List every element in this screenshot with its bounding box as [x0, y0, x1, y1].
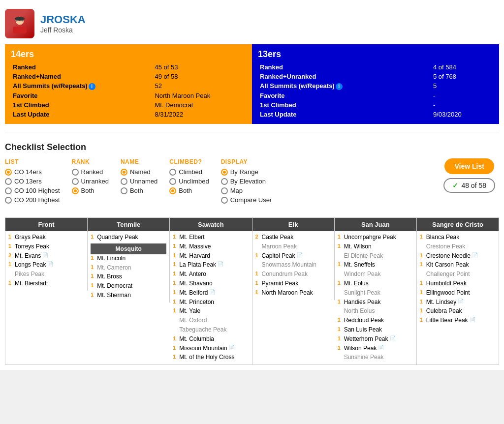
peak-name[interactable]: Sunshine Peak — [344, 353, 384, 362]
username[interactable]: JROSKA — [40, 13, 86, 26]
peak-name[interactable]: Kit Carson Peak — [426, 261, 469, 269]
peak-name[interactable]: Mt. Democrat — [97, 282, 132, 290]
thirteeners-table: Ranked4 of 584Ranked+Unranked5 of 768All… — [258, 62, 493, 119]
peak-name[interactable]: Mt. Sherman — [97, 291, 131, 300]
list-item: 1Wilson Peak 📄 — [338, 344, 413, 353]
peak-name[interactable]: Longs Peak — [15, 261, 46, 269]
radio-circle — [221, 187, 228, 194]
peak-number: 1 — [173, 344, 178, 352]
radio-option[interactable]: CO 200 Highest — [5, 196, 60, 204]
peak-number: 1 — [173, 298, 178, 305]
peak-name[interactable]: Mt. Yale — [179, 307, 200, 315]
peak-name[interactable]: Quandary Peak — [97, 233, 138, 242]
radio-option[interactable]: Map — [221, 187, 272, 194]
radio-label: Both — [130, 187, 143, 194]
peak-name[interactable]: Redcloud Peak — [344, 316, 384, 325]
peak-name[interactable]: Mt. Oxford — [179, 316, 207, 325]
radio-option[interactable]: Climbed — [169, 168, 209, 176]
stat-label: Ranked+Named — [11, 72, 153, 81]
list-item: 1Mt. Cameron — [91, 264, 166, 272]
peak-name[interactable]: Mt. Harvard — [179, 252, 210, 260]
peak-name[interactable]: Wilson Peak — [344, 344, 377, 353]
peak-name[interactable]: Crestone Needle — [426, 252, 471, 260]
radio-option[interactable]: Both — [121, 187, 158, 194]
radio-option[interactable]: By Range — [221, 168, 272, 176]
peak-name[interactable]: Windom Peak — [344, 270, 381, 278]
peak-name[interactable]: Mt. Lincoln — [97, 254, 126, 263]
peak-name[interactable]: Torreys Peak — [15, 242, 49, 251]
list-item: 1San Luis Peak — [338, 326, 413, 334]
radio-option[interactable]: Unnamed — [121, 178, 158, 185]
radio-option[interactable]: Compare User — [221, 196, 272, 204]
peak-name[interactable]: Mt. Belford — [179, 289, 208, 297]
peak-name[interactable]: Ellingwood Point — [426, 289, 470, 297]
peak-name[interactable]: Mt. Massive — [179, 242, 211, 251]
radio-option[interactable]: CO 14ers — [5, 168, 60, 176]
peak-name[interactable]: San Luis Peak — [344, 326, 382, 334]
fourteeners-table: Ranked45 of 53Ranked+Named49 of 58All Su… — [11, 62, 246, 119]
peak-name[interactable]: El Diente Peak — [344, 252, 383, 260]
peak-number: 2 — [255, 233, 260, 241]
peak-name[interactable]: Mt. Bierstadt — [15, 279, 48, 288]
view-list-button[interactable]: View List — [444, 158, 494, 174]
peak-name[interactable]: La Plata Peak — [179, 261, 216, 269]
peak-name[interactable]: Mt. Columbia — [179, 335, 214, 343]
radio-option[interactable]: CO 100 Highest — [5, 187, 60, 194]
peak-number: 1 — [91, 233, 95, 241]
peak-name[interactable]: Mt. Lindsey — [426, 298, 456, 306]
radio-option[interactable]: Named — [121, 168, 158, 176]
radio-option[interactable]: Ranked — [72, 168, 109, 176]
peak-name[interactable]: Mt. of the Holy Cross — [179, 353, 234, 362]
peak-name[interactable]: North Eolus — [344, 307, 375, 315]
radio-option[interactable]: By Elevation — [221, 178, 272, 185]
peak-name[interactable]: Sunlight Peak — [344, 289, 380, 297]
peak-name[interactable]: Mt. Bross — [97, 273, 122, 281]
radio-option[interactable]: Unranked — [72, 178, 109, 185]
peak-name[interactable]: Blanca Peak — [426, 233, 459, 242]
radio-label: CO 100 Highest — [14, 187, 60, 194]
radio-circle — [169, 178, 176, 185]
peak-name[interactable]: Mt. Sneffels — [344, 261, 375, 269]
peak-name[interactable]: Wetterhorn Peak — [344, 335, 388, 343]
mountain-columns-header: FrontTenmileSawatchElkSan JuanSangre de … — [5, 218, 499, 231]
doc-icon: 📄 — [229, 344, 235, 351]
peak-name[interactable]: Mt. Eolus — [344, 279, 369, 288]
peak-number: 1 — [338, 279, 343, 287]
radio-option[interactable]: Both — [72, 187, 109, 194]
list-item: Tabeguache Peak — [173, 326, 249, 334]
peak-name[interactable]: Little Bear Peak — [426, 316, 468, 325]
peak-name[interactable]: Mt. Elbert — [179, 233, 204, 242]
peak-name[interactable]: Mt. Evans — [15, 252, 41, 260]
radio-option[interactable]: CO 13ers — [5, 178, 60, 185]
peak-name[interactable]: Pikes Peak — [15, 270, 44, 278]
peak-name[interactable]: Capitol Peak — [262, 252, 295, 260]
peak-name[interactable]: Conundrum Peak — [262, 270, 308, 278]
radio-label: By Range — [230, 168, 258, 176]
peak-name[interactable]: Mt. Cameron — [97, 264, 131, 272]
radio-option[interactable]: Unclimbed — [169, 178, 209, 185]
peak-name[interactable]: Tabeguache Peak — [179, 326, 226, 334]
peak-name[interactable]: Castle Peak — [262, 233, 294, 242]
list-item: 1La Plata Peak 📄 — [173, 261, 249, 269]
peak-name[interactable]: Snowmass Mountain — [262, 261, 316, 269]
radio-label: Compare User — [230, 196, 272, 204]
radio-option[interactable]: Both — [169, 187, 209, 194]
peak-name[interactable]: Handies Peak — [344, 298, 381, 306]
peak-name[interactable]: Mt. Antero — [179, 270, 206, 278]
peak-name[interactable]: Mt. Wilson — [344, 242, 372, 251]
peak-name[interactable]: Pyramid Peak — [262, 279, 299, 288]
peak-name[interactable]: Grays Peak — [15, 233, 46, 242]
peak-name[interactable]: Uncompahgre Peak — [344, 233, 396, 242]
peak-name[interactable]: North Maroon Peak — [262, 289, 313, 297]
peak-name[interactable]: Maroon Peak — [262, 242, 297, 251]
peak-name[interactable]: Missouri Mountain — [179, 344, 227, 353]
peak-name[interactable]: Challenger Point — [426, 270, 470, 278]
peak-name[interactable]: Culebra Peak — [426, 307, 462, 315]
stat-label: Last Update — [258, 110, 431, 119]
peak-name[interactable]: Mt. Shavano — [179, 279, 212, 288]
stats-row: 14ers Ranked45 of 53Ranked+Named49 of 58… — [5, 44, 499, 124]
peak-name[interactable]: Humboldt Peak — [426, 279, 467, 288]
peak-name[interactable]: Mt. Princeton — [179, 298, 214, 306]
peak-name[interactable]: Crestone Peak — [426, 242, 465, 251]
filter-display: DISPLAY By RangeBy ElevationMapCompare U… — [215, 158, 278, 206]
